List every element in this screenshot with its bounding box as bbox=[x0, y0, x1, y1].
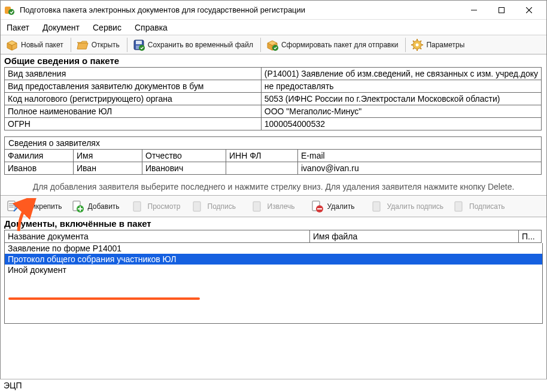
info-value[interactable]: ООО "Мегаполис-Минус" bbox=[261, 105, 541, 118]
col-p[interactable]: П... bbox=[519, 230, 542, 243]
sign-icon bbox=[452, 199, 466, 214]
svg-line-20 bbox=[413, 48, 414, 49]
signature-label: Подпись bbox=[208, 202, 236, 211]
attach-label: Прикрепить bbox=[23, 202, 62, 211]
svg-point-1 bbox=[8, 9, 14, 15]
toolbar-separator bbox=[71, 38, 71, 52]
add-button[interactable]: Добавить bbox=[68, 197, 128, 215]
info-value[interactable]: 5053 (ИФНС России по г.Электростали Моск… bbox=[261, 93, 541, 105]
svg-rect-36 bbox=[455, 202, 462, 211]
info-row: Код налогового (регистрирующего) органа5… bbox=[5, 93, 542, 105]
add-label: Добавить bbox=[88, 202, 120, 211]
included-docs-heading: Документы, включённые в пакет bbox=[1, 217, 546, 230]
doc-file bbox=[310, 243, 519, 254]
toolbar-separator bbox=[127, 38, 127, 52]
applicant-row[interactable]: Иванов Иван Иванович ivanov@ivan.ru bbox=[5, 162, 542, 175]
docs-header-table: Название документа Имя файла П... bbox=[4, 230, 542, 243]
doc-file bbox=[310, 265, 519, 275]
svg-rect-21 bbox=[8, 201, 15, 211]
svg-rect-35 bbox=[373, 202, 380, 211]
doc-row[interactable]: Иной документ bbox=[5, 265, 542, 275]
col-inn[interactable]: ИНН ФЛ bbox=[226, 150, 298, 162]
applicants-heading: Сведения о заявителях bbox=[4, 136, 542, 149]
menu-service[interactable]: Сервис bbox=[90, 22, 124, 34]
doc-p bbox=[519, 243, 542, 254]
save-temp-button[interactable]: Сохранить во временный файл bbox=[130, 37, 258, 53]
doc-name: Иной документ bbox=[5, 265, 310, 275]
save-temp-label: Сохранить во временный файл bbox=[148, 41, 253, 49]
delete-label: Удалить bbox=[327, 202, 355, 211]
cell-email[interactable]: ivanov@ivan.ru bbox=[298, 162, 542, 175]
col-name[interactable]: Имя bbox=[74, 150, 142, 162]
menu-bar: Пакет Документ Сервис Справка bbox=[1, 20, 546, 35]
extract-button: Извлечь bbox=[248, 197, 308, 215]
gear-icon bbox=[411, 38, 424, 51]
info-label: Код налогового (регистрирующего) органа bbox=[5, 93, 262, 105]
doc-p bbox=[519, 254, 542, 265]
applicants-header-row: Фамилия Имя Отчество ИНН ФЛ E-mail bbox=[5, 150, 542, 162]
svg-line-18 bbox=[420, 48, 421, 49]
info-label: Полное наименование ЮЛ bbox=[5, 105, 262, 118]
form-package-button[interactable]: Сформировать пакет для отправки bbox=[263, 37, 403, 53]
cell-patronymic[interactable]: Иванович bbox=[142, 162, 226, 175]
ecp-label: ЭЦП bbox=[4, 381, 22, 390]
open-label: Открыть bbox=[92, 41, 120, 49]
minimize-button[interactable] bbox=[460, 1, 488, 19]
svg-rect-30 bbox=[193, 202, 200, 211]
info-value[interactable]: (Р14001) Заявление об изм.сведений, не с… bbox=[261, 68, 541, 80]
document-toolbar: Прикрепить Добавить Просмотр Подпись Изв… bbox=[1, 196, 546, 217]
svg-rect-29 bbox=[133, 202, 141, 211]
cell-inn[interactable] bbox=[226, 162, 298, 175]
svg-point-12 bbox=[416, 43, 419, 46]
menu-document[interactable]: Документ bbox=[40, 22, 82, 34]
info-label: ОГРН bbox=[5, 118, 262, 130]
info-table: Вид заявления(Р14001) Заявление об изм.с… bbox=[4, 67, 542, 130]
applicants-grid[interactable]: Фамилия Имя Отчество ИНН ФЛ E-mail Ивано… bbox=[4, 149, 542, 175]
included-docs-section: Документы, включённые в пакет Название д… bbox=[1, 217, 546, 324]
new-package-label: Новый пакет bbox=[21, 41, 63, 49]
col-filename[interactable]: Имя файла bbox=[310, 230, 519, 243]
view-button: Просмотр bbox=[128, 197, 188, 215]
menu-help[interactable]: Справка bbox=[132, 22, 170, 34]
svg-rect-31 bbox=[253, 202, 260, 211]
cell-name[interactable]: Иван bbox=[74, 162, 142, 175]
docs-body[interactable]: Заявление по форме Р14001 Протокол общег… bbox=[4, 243, 543, 324]
info-value[interactable]: не предоставлять bbox=[261, 80, 541, 93]
doc-name: Протокол общего собрания участников ЮЛ bbox=[5, 254, 310, 265]
signature-icon bbox=[190, 199, 205, 214]
open-button[interactable]: Открыть bbox=[74, 37, 124, 53]
maximize-button[interactable] bbox=[488, 1, 515, 19]
info-label: Вид предоставления заявителю документов … bbox=[5, 80, 262, 93]
extract-label: Извлечь bbox=[268, 202, 295, 211]
svg-rect-7 bbox=[136, 41, 142, 44]
info-label: Вид заявления bbox=[5, 68, 262, 80]
delete-button[interactable]: Удалить bbox=[308, 197, 367, 215]
menu-package[interactable]: Пакет bbox=[4, 22, 32, 34]
delete-sig-label: Удалить подпись bbox=[387, 202, 444, 211]
info-value[interactable]: 1000054000532 bbox=[261, 118, 541, 130]
attach-button[interactable]: Прикрепить bbox=[3, 197, 68, 215]
applicant-hint: Для добавления заявителя выберите послед… bbox=[1, 175, 546, 196]
col-patronymic[interactable]: Отчество bbox=[142, 150, 226, 162]
doc-row-selected[interactable]: Протокол общего собрания участников ЮЛ bbox=[5, 254, 542, 265]
delete-icon bbox=[310, 199, 324, 214]
info-row: Вид предоставления заявителю документов … bbox=[5, 80, 542, 93]
svg-line-19 bbox=[420, 41, 421, 42]
signature-button: Подпись bbox=[188, 197, 248, 215]
col-surname[interactable]: Фамилия bbox=[5, 150, 74, 162]
window-title: Подготовка пакета электронных документов… bbox=[20, 5, 460, 14]
sign-label: Подписать bbox=[469, 202, 505, 211]
doc-row[interactable]: Заявление по форме Р14001 bbox=[5, 243, 542, 254]
box-new-icon bbox=[5, 38, 19, 51]
col-email[interactable]: E-mail bbox=[298, 150, 542, 162]
parameters-button[interactable]: Параметры bbox=[408, 37, 469, 53]
new-package-button[interactable]: Новый пакет bbox=[3, 37, 68, 53]
info-row: Вид заявления(Р14001) Заявление об изм.с… bbox=[5, 68, 542, 80]
view-label: Просмотр bbox=[148, 202, 181, 211]
svg-rect-3 bbox=[499, 7, 505, 13]
close-button[interactable] bbox=[515, 1, 543, 19]
cell-surname[interactable]: Иванов bbox=[5, 162, 74, 175]
doc-file bbox=[310, 254, 519, 265]
status-bar: ЭЦП bbox=[0, 379, 547, 392]
col-docname[interactable]: Название документа bbox=[5, 230, 310, 243]
